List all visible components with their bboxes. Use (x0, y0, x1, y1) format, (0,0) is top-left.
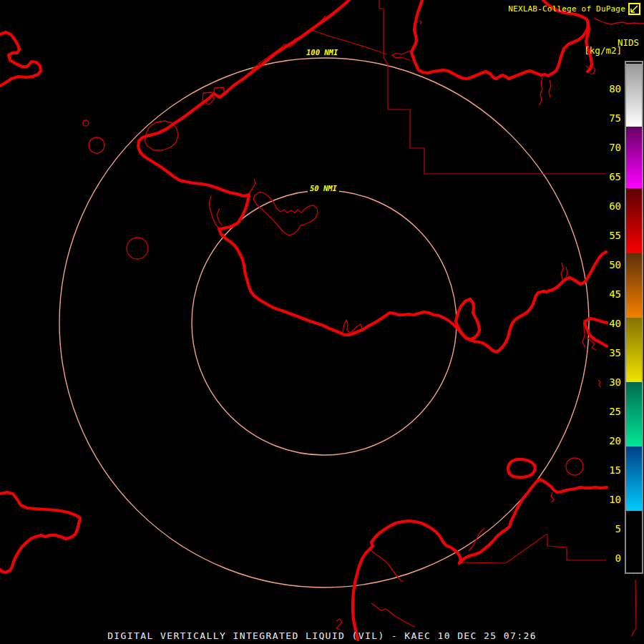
boundary-line (379, 0, 606, 174)
range-ring-label-50nmi: 50 NMI (308, 184, 339, 193)
coastline-south-dome (353, 521, 461, 640)
lake-ring (508, 459, 535, 477)
colorbar-tick-label: 70 (609, 140, 621, 155)
coastline-detail (83, 16, 644, 630)
coastline-thin (251, 16, 326, 70)
colorbar-tick-label: 25 (609, 404, 621, 419)
colorbar-tick-label: 5 (615, 522, 621, 536)
colorbar-tick-label: 15 (609, 463, 621, 477)
colorbar-tick-label: 40 (609, 316, 621, 331)
coastline-thin (392, 50, 411, 60)
coastline-thin (249, 179, 255, 193)
colorbar-tick-label: 20 (609, 434, 621, 448)
colorbar-segment (626, 447, 642, 511)
bay-outline (253, 192, 318, 235)
colorbar-tick-label: 45 (609, 287, 621, 301)
coastline-main (138, 0, 606, 352)
coastline-thin (371, 603, 415, 627)
colorbar-tick-label: 0 (615, 551, 621, 565)
units-label: [kg/m2] (584, 45, 622, 56)
range-ring-100nmi (59, 58, 589, 587)
coastlines (0, 0, 607, 640)
logo-diagonal (630, 4, 639, 14)
state-county-boundaries (379, 0, 636, 636)
college-of-dupage-logo-icon (628, 3, 640, 15)
island-northwest (0, 32, 41, 86)
island-ring (83, 120, 89, 126)
product-title: DIGITAL VERTICALLY INTEGRATED LIQUID (VI… (0, 630, 644, 641)
coastline-thin (336, 619, 342, 630)
coastline-thin (217, 208, 222, 225)
coastline-thin (561, 263, 563, 280)
coastline-thin (469, 528, 484, 551)
header: NEXLAB-College of DuPage (508, 3, 640, 15)
boundary-line (632, 580, 636, 636)
reflectivity-colorbar (625, 61, 643, 574)
coastline-southeast (459, 479, 607, 563)
colorbar-tick-label: 75 (609, 111, 621, 125)
colorbar-segment (626, 64, 642, 127)
island-southwest (0, 492, 80, 572)
colorbar-segment (626, 188, 642, 253)
island-ring (127, 238, 148, 259)
coastline-thin (549, 80, 551, 97)
coastline-thin (209, 196, 218, 228)
colorbar-tick-label: 10 (609, 492, 621, 507)
coastline-thin (370, 550, 403, 582)
colorbar-tick-label: 65 (609, 170, 621, 184)
coastline-thin (540, 77, 542, 105)
coastline-thin (551, 492, 554, 502)
colorbar-tick-label: 60 (609, 199, 621, 213)
colorbar-segment (626, 253, 642, 318)
site-title: NEXLAB-College of DuPage (508, 4, 625, 14)
colorbar-tick-label: 80 (609, 82, 621, 96)
radar-display: NEXLAB-College of DuPage NIDS [kg/m2] 80… (0, 0, 644, 644)
colorbar-segment (626, 382, 642, 447)
range-rings (59, 58, 589, 587)
coastline-thin (566, 267, 567, 278)
range-ring-label-100nmi: 100 NMI (304, 48, 340, 57)
coastline-thin (419, 21, 421, 24)
colorbar-segment (626, 318, 642, 382)
coastline-thin (598, 380, 601, 387)
radar-map-canvas (0, 0, 644, 644)
colorbar-tick-label: 55 (609, 228, 621, 243)
colorbar-tick-label: 30 (609, 375, 621, 389)
island-ring (89, 137, 104, 153)
colorbar-tick-label: 35 (609, 346, 621, 360)
colorbar-tick-label: 50 (609, 258, 621, 272)
colorbar-segment (626, 127, 642, 188)
range-ring-50nmi (192, 190, 457, 455)
island-ring (566, 458, 583, 475)
